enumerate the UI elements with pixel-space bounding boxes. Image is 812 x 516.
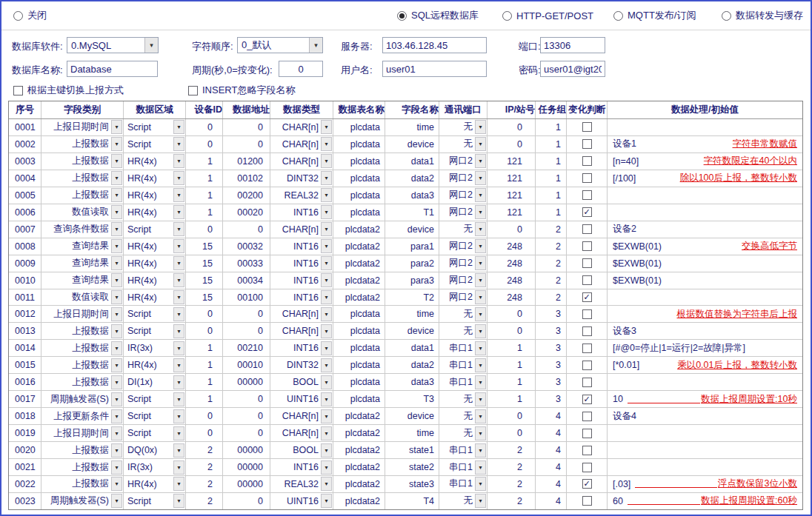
data-type-cell[interactable]: CHAR[n]▾ [270,408,333,424]
address-cell[interactable]: 0 [223,119,270,135]
field-name-cell[interactable]: para2 [385,255,439,272]
change-flag-cell[interactable] [567,119,608,135]
change-checkbox[interactable] [582,361,592,370]
value-cell[interactable]: $EXWB(01) [608,255,802,272]
value-cell[interactable]: 根据数值替换为字符串后上报 [608,306,802,322]
category-cell[interactable]: 查询结果▾ [41,238,124,255]
dropdown-arrow-icon[interactable]: ▾ [111,154,122,168]
group-cell[interactable]: 1 [536,187,567,204]
seq-cell[interactable]: 0020 [9,442,41,458]
group-cell[interactable]: 4 [536,476,567,492]
station-cell[interactable]: 0 [487,306,536,322]
category-cell[interactable]: 数值读取▾ [41,204,124,221]
field-name-cell[interactable]: T2 [385,289,439,306]
port-cell[interactable]: 网口2▾ [439,255,487,272]
mode-radio-1[interactable]: SQL远程数据库 [397,9,479,22]
dropdown-arrow-icon[interactable]: ▾ [111,358,122,372]
group-cell[interactable]: 4 [536,408,567,424]
field-name-cell[interactable]: data1 [385,153,439,170]
region-cell[interactable]: HR(4x)▾ [124,187,186,204]
dropdown-arrow-icon[interactable]: ▾ [111,290,122,304]
region-cell[interactable]: Script▾ [124,221,186,238]
value-cell[interactable]: 设备3 [608,323,802,339]
dropdown-arrow-icon[interactable]: ▾ [475,222,486,236]
dropdown-arrow-icon[interactable]: ▾ [321,120,332,134]
data-type-cell[interactable]: BOOL▾ [270,374,333,390]
table-name-cell[interactable]: plcdata2 [333,425,385,441]
dropdown-arrow-icon[interactable]: ▾ [173,494,184,508]
change-flag-cell[interactable] [567,187,608,204]
address-cell[interactable]: 00000 [223,374,270,390]
value-cell[interactable] [608,459,802,475]
station-cell[interactable]: 248 [487,272,536,289]
dropdown-arrow-icon[interactable]: ▾ [321,324,332,338]
change-checkbox[interactable] [582,446,592,455]
device-id-cell[interactable]: 2 [186,476,223,492]
change-flag-cell[interactable] [567,408,608,424]
dropdown-arrow-icon[interactable]: ▾ [173,460,184,475]
primary-key-switch-checkbox[interactable] [13,86,23,96]
field-name-cell[interactable]: state2 [385,459,439,475]
region-cell[interactable]: Script▾ [124,425,186,441]
device-id-cell[interactable]: 0 [186,323,223,339]
value-cell[interactable]: [/100]除以100后上报，整数转小数 [608,170,802,187]
group-cell[interactable]: 3 [536,374,567,390]
table-name-cell[interactable]: plcdata [333,170,385,187]
station-cell[interactable]: 2 [487,476,536,492]
seq-cell[interactable]: 0018 [9,408,41,424]
data-type-cell[interactable]: CHAR[n]▾ [270,136,333,153]
region-cell[interactable]: Script▾ [124,323,186,339]
group-cell[interactable]: 4 [536,459,567,475]
field-name-cell[interactable]: state3 [385,476,439,492]
station-cell[interactable]: 121 [487,204,536,221]
category-cell[interactable]: 上报数据▾ [41,170,124,187]
group-cell[interactable]: 4 [536,442,567,458]
address-cell[interactable]: 0 [223,323,270,339]
dropdown-arrow-icon[interactable]: ▾ [321,273,332,287]
station-cell[interactable]: 248 [487,238,536,255]
group-cell[interactable]: 4 [536,425,567,441]
category-cell[interactable]: 上报数据▾ [41,476,124,492]
dropdown-arrow-icon[interactable]: ▾ [475,375,486,389]
region-cell[interactable]: IR(3x)▾ [124,459,186,475]
port-cell[interactable]: 无▾ [439,391,487,407]
category-cell[interactable]: 上报日期时间▾ [41,119,124,135]
category-cell[interactable]: 上报数据▾ [41,459,124,475]
station-cell[interactable]: 121 [487,187,536,204]
insert-ignore-checkbox[interactable] [188,86,198,96]
dropdown-arrow-icon[interactable]: ▾ [173,324,184,338]
field-name-cell[interactable]: data2 [385,170,439,187]
group-cell[interactable]: 2 [536,221,567,238]
category-cell[interactable]: 周期触发器(S)▾ [41,391,124,407]
value-cell[interactable] [608,289,802,306]
dropdown-arrow-icon[interactable]: ▾ [475,426,486,440]
dropdown-arrow-icon[interactable]: ▾ [475,290,486,304]
dropdown-arrow-icon[interactable]: ▾ [321,188,332,202]
dropdown-arrow-icon[interactable]: ▾ [475,324,486,338]
category-cell[interactable]: 上报数据▾ [41,153,124,170]
dropdown-arrow-icon[interactable]: ▾ [321,375,332,389]
dropdown-arrow-icon[interactable]: ▾ [111,239,122,253]
change-flag-cell[interactable]: ✓ [567,391,608,407]
dropdown-arrow-icon[interactable]: ▾ [475,494,486,508]
region-cell[interactable]: HR(4x)▾ [124,255,186,272]
port-cell[interactable]: 网口2▾ [439,289,487,306]
mode-radio-0[interactable]: 关闭 [13,9,47,22]
data-type-cell[interactable]: CHAR[n]▾ [270,153,333,170]
seq-cell[interactable]: 0016 [9,374,41,390]
address-cell[interactable]: 0 [223,306,270,322]
field-name-cell[interactable]: para1 [385,238,439,255]
db-name-input[interactable] [67,61,158,77]
dropdown-arrow-icon[interactable]: ▾ [475,137,486,151]
group-cell[interactable]: 1 [536,204,567,221]
dropdown-arrow-icon[interactable]: ▾ [173,409,184,423]
db-software-select[interactable]: 0.MySQL ▾ [67,37,159,53]
device-id-cell[interactable]: 15 [186,238,223,255]
group-cell[interactable]: 1 [536,153,567,170]
seq-cell[interactable]: 0013 [9,323,41,339]
dropdown-arrow-icon[interactable]: ▾ [321,137,332,151]
server-input[interactable] [382,37,487,53]
data-type-cell[interactable]: UINT16▾ [270,391,333,407]
dropdown-arrow-icon[interactable]: ▾ [173,341,184,355]
dropdown-arrow-icon[interactable]: ▾ [173,358,184,372]
